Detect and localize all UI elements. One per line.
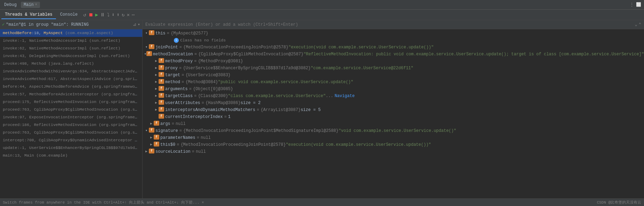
maximize-icon[interactable]: ⬜ [636,2,641,7]
var-icon-arguments: f [159,86,164,91]
status-bar: Switch frames from anywhere in the IDE w… [0,198,644,206]
var-icon-userattributes: f [159,100,164,105]
var-row-method: ▶ f method = {Method@3084} "public void … [143,79,644,86]
stop-icon[interactable]: ⏹ [88,12,93,18]
var-icon-currentinterceptorindex: f [159,114,164,119]
navigate-targetclass[interactable]: Navigate [335,93,355,99]
var-icon-this0: f [154,142,159,146]
status-text: Switch frames from anywhere in the IDE w… [3,200,204,205]
resume-icon[interactable]: ↺ [83,12,86,18]
var-row-proxy: ▶ f proxy = {UserService$$EnhancerBySpri… [143,65,644,72]
expand-methodproxy[interactable]: ▶ [154,58,159,64]
expand-joinpoint[interactable]: ▾ [144,44,149,50]
main-tab-close[interactable]: × [35,3,37,7]
var-icon-this: f [149,30,154,35]
var-icon-signature: f [149,128,154,133]
stack-list[interactable]: methodBefore:18, MyAspect (com.example.a… [0,29,142,198]
stack-frame-4[interactable]: invoke:498, Method (java.lang.reflect) [0,60,142,68]
expand-sourcelocation[interactable]: ▶ [144,149,149,155]
var-row-this0: ▶ f this$0 = {MethodInvocationProceeding… [143,141,644,148]
stack-frame-7[interactable]: before:44, AspectJMethodBeforeAdvice (or… [0,83,142,90]
expand-method[interactable]: ▶ [154,79,159,85]
expand-target[interactable]: ▶ [154,72,159,78]
stack-frame-5[interactable]: invokeAdviceMethodWithGivenArgs:634, Abs… [0,68,142,75]
stack-frame-9[interactable]: proceed:175, ReflectiveMethodInvocation … [0,98,142,106]
var-row-targetclass: ▶ f targetClass = {Class@2300} "class co… [143,93,644,100]
thread-status-icon: ✓ [2,22,5,27]
var-row-parameternames: ▶ f parameterNames = null [143,134,644,141]
step-into-icon[interactable]: ⬇ [112,12,114,18]
expand-arguments[interactable]: ▶ [154,86,159,92]
thread-icons: ⊿ ▾ [133,22,140,27]
var-row-methodproxy: ▶ f methodProxy = {MethodProxy@3081} [143,58,644,65]
stack-frame-8[interactable]: invoke:57, MethodBeforeAdviceInterceptor… [0,90,142,98]
expand-methodinvocation[interactable]: ▾ [144,51,146,57]
more-icon[interactable]: ⋮ [630,2,634,7]
expr-up-icon[interactable]: ⌃ [639,22,641,27]
var-icon-method: f [159,79,164,84]
rerun-icon[interactable]: ↻ [122,12,124,18]
var-row-this: ▾ f this = {MyAspect@2577} [143,30,644,37]
filter-icon[interactable]: ⊿ [133,22,136,27]
expand-signature[interactable]: ▾ [144,128,149,134]
stack-frame-11[interactable]: invoke:97, ExposeInvocationInterceptor (… [0,113,142,121]
var-row-signature: ▾ f signature = {MethodInvocationProceed… [143,127,644,134]
pause-icon[interactable]: ⏸ [100,12,105,18]
cancel-icon[interactable]: ✕ [127,12,129,18]
expand-interceptors[interactable]: ▶ [154,107,159,113]
var-icon-parameternames: f [154,135,159,140]
expr-input[interactable] [145,22,634,27]
var-icon-args: f [154,121,159,126]
more-debug-icon[interactable]: ⋯ [132,12,135,18]
thread-down-icon[interactable]: ▾ [138,22,140,27]
stack-frame-0[interactable]: methodBefore:18, MyAspect (com.example.a… [0,29,142,37]
thread-header: ✓ "main"@1 in group "main": RUNNING ⊿ ▾ [0,20,142,29]
debug-label: Debug [3,2,18,7]
main-tab[interactable]: Main × [21,2,40,8]
top-bar: Debug Main × ⋮ ⬜ [0,0,644,10]
stack-frame-14[interactable]: intercept:708, CglibAopProxy$DynamicAdvi… [0,136,142,144]
tab-row: Threads & Variables Console ↺ ⏹ ▶ ⏸ ⤵ ⬇ … [0,10,644,20]
left-panel: ✓ "main"@1 in group "main": RUNNING ⊿ ▾ … [0,20,143,198]
stack-frame-15[interactable]: update:-1, UserService$$EnhancerBySpring… [0,144,142,152]
expand-userattributes[interactable]: ▶ [154,100,159,106]
stack-frame-3[interactable]: invoke:43, DelegatingMethodAccessorImpl … [0,52,142,60]
stack-frame-13[interactable]: proceed:763, CglibAopProxy$CglibMethodIn… [0,129,142,136]
expand-args[interactable]: ▶ [149,121,154,127]
expr-down-icon[interactable]: ⌄ [635,22,637,27]
main-layout: ✓ "main"@1 in group "main": RUNNING ⊿ ▾ … [0,20,644,198]
var-icon-sourcelocation: f [149,149,154,153]
stack-frame-10[interactable]: proceed:763, CglibAopProxy$CglibMethodIn… [0,106,142,113]
thread-name: "main"@1 in group "main": RUNNING [6,22,131,27]
expand-targetclass[interactable]: ▶ [154,93,159,99]
vars-tree[interactable]: ▾ f this = {MyAspect@2577} i Class has n… [143,29,644,198]
tab-threads-vars[interactable]: Threads & Variables [1,11,56,19]
var-row-no-fields: i Class has no fields [143,37,644,44]
step-out-icon[interactable]: ⬆ [117,12,120,18]
var-row-interceptors: ▶ f interceptorsAndDynamicMethodMatchers… [143,106,644,113]
var-row-currentinterceptorindex: f currentInterceptorIndex = 1 [143,113,644,120]
expand-proxy[interactable]: ▶ [154,65,159,71]
stack-frame-1[interactable]: invoke:-1, NativeMethodAccessorImpl (sun… [0,37,142,45]
tab-console[interactable]: Console [57,11,81,19]
stack-frame-16[interactable]: main:13, Main (com.example) [0,152,142,159]
info-icon: i [174,38,179,43]
var-icon-targetclass: f [159,93,164,98]
var-icon-proxy: f [159,65,164,70]
var-row-methodinvocation: ▾ f methodInvocation = {CglibAopProxy$Cg… [143,51,644,58]
stack-frame-12[interactable]: proceed:186, ReflectiveMethodInvocation … [0,121,142,129]
var-icon-interceptors: f [159,107,164,112]
stack-frame-2[interactable]: invoke:62, NativeMethodAccessorImpl (sun… [0,45,142,52]
expand-parameternames[interactable]: ▶ [149,135,154,141]
expand-this[interactable]: ▾ [144,30,149,37]
var-row-args: ▶ f args = null [143,120,644,127]
stack-frame-6[interactable]: invokeAdviceMethod:617, AbstractAspectJA… [0,75,142,83]
var-row-sourcelocation: ▶ f sourceLocation = null [143,148,644,155]
var-icon-methodinvocation: f [146,51,152,56]
run-icon[interactable]: ▶ [95,12,98,18]
var-row-arguments: ▶ f arguments = {Object[0]@3085} [143,86,644,93]
var-row-target: ▶ f target = {UserService@3083} [143,72,644,79]
step-over-icon[interactable]: ⤵ [107,12,110,18]
status-bar-right: CSDN @比奇堡的天没有云 [597,200,641,205]
expand-this0[interactable]: ▶ [149,142,154,148]
